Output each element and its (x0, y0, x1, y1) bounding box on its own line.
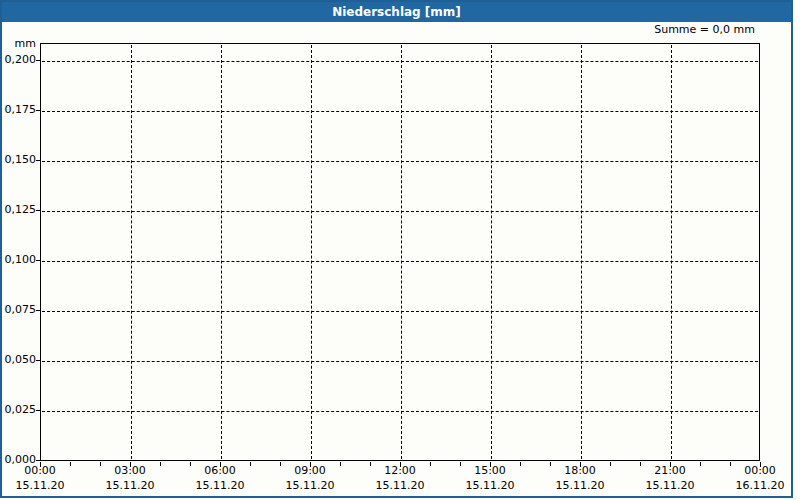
chart-content: Summe = 0,0 mm mm 0,0000,0250,0500,0750,… (2, 22, 791, 496)
x-axis-date-label: 15.11.20 (5, 479, 75, 492)
y-axis-tick-mark (36, 310, 40, 311)
x-axis-date-label: 15.11.20 (545, 479, 615, 492)
x-axis-date-label: 15.11.20 (455, 479, 525, 492)
gridline-vertical (671, 45, 672, 459)
chart-title: Niederschlag [mm] (332, 2, 461, 22)
y-axis-tick-mark (36, 460, 40, 461)
x-axis-time-label: 18:00 (550, 464, 610, 477)
gridline-horizontal (42, 311, 758, 312)
gridline-vertical (401, 45, 402, 459)
gridline-horizontal (42, 411, 758, 412)
x-axis-date-label: 15.11.20 (95, 479, 165, 492)
x-axis-minor-tick-mark (700, 462, 701, 466)
y-axis-tick-label: 0,150 (2, 153, 36, 167)
y-axis-unit-label: mm (2, 37, 36, 50)
x-axis-date-label: 15.11.20 (275, 479, 345, 492)
x-axis-minor-tick-mark (520, 462, 521, 466)
y-axis-tick-label: 0,200 (2, 53, 36, 67)
x-axis-time-label: 15:00 (460, 464, 520, 477)
gridline-horizontal (42, 261, 758, 262)
x-axis-date-label: 16.11.20 (725, 479, 795, 492)
x-axis-minor-tick-mark (430, 462, 431, 466)
x-axis-time-label: 21:00 (640, 464, 700, 477)
y-axis-tick-mark (36, 60, 40, 61)
x-axis-time-label: 06:00 (190, 464, 250, 477)
y-axis-tick-label: 0,175 (2, 103, 36, 117)
x-axis-minor-tick-mark (340, 462, 341, 466)
gridline-vertical (221, 45, 222, 459)
gridline-vertical (491, 45, 492, 459)
x-axis-minor-tick-mark (610, 462, 611, 466)
y-axis-tick-mark (36, 260, 40, 261)
y-axis-tick-label: 0,100 (2, 253, 36, 267)
gridline-horizontal (42, 361, 758, 362)
y-axis-tick-label: 0,125 (2, 203, 36, 217)
x-axis-date-label: 15.11.20 (185, 479, 255, 492)
y-axis-tick-mark (36, 210, 40, 211)
gridline-horizontal (42, 111, 758, 112)
gridline-horizontal (42, 161, 758, 162)
x-axis-time-label: 12:00 (370, 464, 430, 477)
gridline-vertical (581, 45, 582, 459)
y-axis-tick-mark (36, 360, 40, 361)
gridline-vertical (311, 45, 312, 459)
y-axis-tick-label: 0,050 (2, 353, 36, 367)
x-axis-time-label: 00:00 (730, 464, 790, 477)
x-axis-date-label: 15.11.20 (635, 479, 705, 492)
gridline-horizontal (42, 211, 758, 212)
y-axis-tick-mark (36, 160, 40, 161)
chart-window: Niederschlag [mm] Summe = 0,0 mm mm 0,00… (0, 0, 793, 498)
sum-label: Summe = 0,0 mm (654, 23, 755, 36)
x-axis-minor-tick-mark (160, 462, 161, 466)
y-axis-tick-label: 0,075 (2, 303, 36, 317)
x-axis-time-label: 09:00 (280, 464, 340, 477)
chart-titlebar[interactable]: Niederschlag [mm] (2, 2, 791, 22)
y-axis-tick-mark (36, 410, 40, 411)
y-axis-tick-label: 0,025 (2, 403, 36, 417)
gridline-horizontal (42, 61, 758, 62)
plot-area (40, 43, 760, 461)
x-axis-time-label: 00:00 (10, 464, 70, 477)
x-axis-minor-tick-mark (70, 462, 71, 466)
x-axis-time-label: 03:00 (100, 464, 160, 477)
x-axis-minor-tick-mark (250, 462, 251, 466)
y-axis-tick-mark (36, 110, 40, 111)
x-axis-date-label: 15.11.20 (365, 479, 435, 492)
gridline-vertical (131, 45, 132, 459)
